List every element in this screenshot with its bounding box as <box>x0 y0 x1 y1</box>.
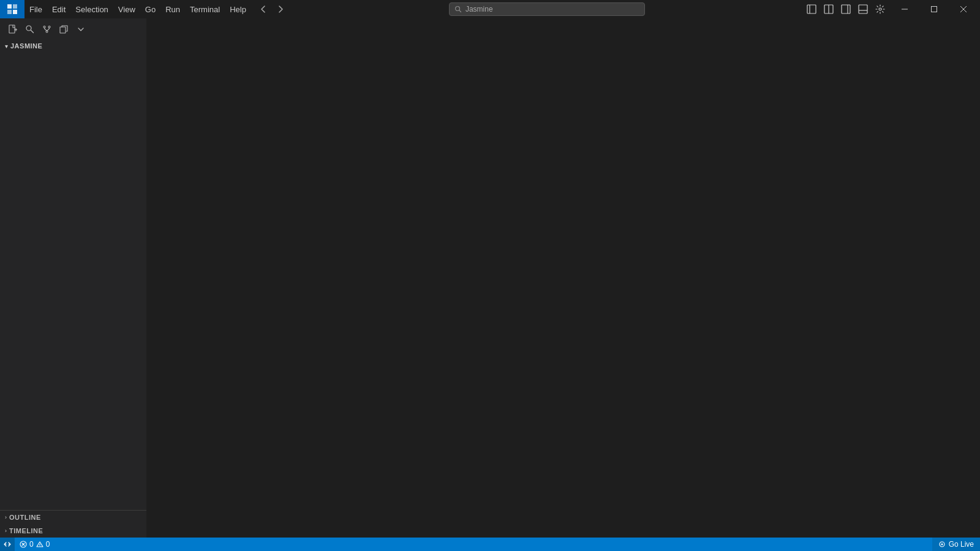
svg-rect-0 <box>7 4 12 9</box>
search-bar[interactable]: Jasmine <box>449 2 645 16</box>
svg-point-32 <box>39 546 40 547</box>
sidebar: ▾ JASMINE › OUTLINE › TIMELINE <box>0 18 147 538</box>
svg-line-23 <box>31 31 33 33</box>
outline-panel-header[interactable]: › OUTLINE <box>0 511 146 524</box>
explorer-chevron-icon: ▾ <box>5 43 8 50</box>
title-bar: File Edit Selection View Go Run Terminal… <box>0 0 980 18</box>
menu-file[interactable]: File <box>24 0 47 18</box>
close-button[interactable] <box>949 0 978 18</box>
menu-edit[interactable]: Edit <box>47 0 70 18</box>
menu-go[interactable]: Go <box>140 0 160 18</box>
svg-rect-12 <box>859 5 867 13</box>
outline-chevron-icon: › <box>5 514 7 520</box>
menu-run[interactable]: Run <box>160 0 185 18</box>
toggle-panel-button[interactable] <box>855 1 871 17</box>
more-actions-button[interactable] <box>74 22 88 37</box>
explorer-header[interactable]: ▾ JASMINE <box>0 40 146 52</box>
minimize-button[interactable] <box>891 0 919 18</box>
source-control-button[interactable] <box>39 22 54 37</box>
svg-line-5 <box>459 10 461 12</box>
nav-controls <box>251 2 293 17</box>
timeline-panel-header[interactable]: › TIMELINE <box>0 524 146 538</box>
error-count: 0 <box>29 540 34 549</box>
menu-view[interactable]: View <box>113 0 140 18</box>
svg-point-24 <box>43 26 45 28</box>
bottom-panels: › OUTLINE › TIMELINE <box>0 510 146 538</box>
toggle-primary-sidebar-button[interactable] <box>804 1 820 17</box>
sidebar-content: ▾ JASMINE <box>0 40 146 510</box>
toggle-secondary-sidebar-button[interactable] <box>838 1 854 17</box>
layout-buttons <box>801 1 891 17</box>
svg-point-14 <box>879 8 881 10</box>
menu-help[interactable]: Help <box>225 0 251 18</box>
status-left: 0 0 <box>0 538 55 551</box>
remote-indicator[interactable] <box>0 538 15 551</box>
svg-rect-2 <box>7 10 12 14</box>
editor-area[interactable] <box>147 18 980 538</box>
toggle-editor-layout-button[interactable] <box>821 1 837 17</box>
timeline-label: TIMELINE <box>9 527 43 534</box>
status-right: Go Live <box>932 538 980 551</box>
go-live-button[interactable]: Go Live <box>932 538 980 551</box>
copy-button[interactable] <box>56 22 71 37</box>
outline-label: OUTLINE <box>9 514 41 521</box>
go-live-label: Go Live <box>949 540 974 549</box>
svg-rect-10 <box>842 5 850 13</box>
svg-rect-1 <box>13 4 17 9</box>
explorer-title: JASMINE <box>10 42 42 50</box>
svg-rect-27 <box>60 27 66 33</box>
svg-rect-6 <box>807 5 816 13</box>
svg-point-26 <box>46 31 48 32</box>
back-button[interactable] <box>256 2 271 17</box>
app-logo <box>0 0 24 18</box>
svg-rect-19 <box>9 25 15 33</box>
main-area: ▾ JASMINE › OUTLINE › TIMELINE <box>0 18 980 538</box>
menu-terminal[interactable]: Terminal <box>185 0 225 18</box>
menu-bar: File Edit Selection View Go Run Terminal… <box>24 0 251 18</box>
timeline-chevron-icon: › <box>5 528 7 534</box>
window-controls <box>891 0 980 18</box>
maximize-button[interactable] <box>920 0 948 18</box>
title-bar-center: Jasmine <box>293 2 801 16</box>
search-files-button[interactable] <box>22 22 37 37</box>
file-tree[interactable] <box>0 52 146 510</box>
errors-indicator[interactable]: 0 0 <box>15 538 55 551</box>
search-text: Jasmine <box>466 5 493 13</box>
svg-point-22 <box>26 26 31 31</box>
forward-button[interactable] <box>273 2 288 17</box>
svg-point-34 <box>941 544 943 545</box>
svg-rect-16 <box>932 7 937 12</box>
svg-rect-3 <box>13 10 17 14</box>
status-bar: 0 0 Go Live <box>0 538 980 551</box>
settings-button[interactable] <box>872 1 888 17</box>
warning-count: 0 <box>46 540 50 549</box>
new-file-button[interactable] <box>5 22 20 37</box>
svg-point-25 <box>48 26 50 28</box>
sidebar-toolbar <box>0 18 146 40</box>
menu-selection[interactable]: Selection <box>70 0 113 18</box>
